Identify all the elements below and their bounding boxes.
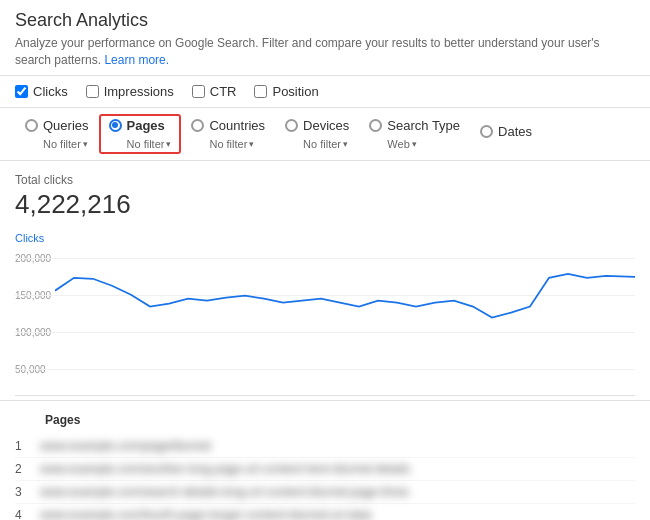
metric-clicks[interactable]: Clicks bbox=[15, 84, 68, 99]
chevron-down-icon: ▾ bbox=[83, 139, 88, 149]
table-row: 3 www.example.com/search-details-long-ur… bbox=[15, 481, 635, 504]
filter-countries-sub: No filter ▾ bbox=[191, 138, 254, 150]
filter-countries[interactable]: Countries No filter ▾ bbox=[181, 114, 275, 154]
radio-dates bbox=[480, 125, 493, 138]
chart-container: 200,000 150,000 100,000 50,000 bbox=[15, 246, 635, 396]
impressions-checkbox[interactable] bbox=[86, 85, 99, 98]
filter-devices-sub: No filter ▾ bbox=[285, 138, 348, 150]
filter-queries[interactable]: Queries No filter ▾ bbox=[15, 114, 99, 154]
row-url: www.example.com/fourth-page-longer-conte… bbox=[40, 508, 635, 520]
chevron-down-icon: ▾ bbox=[166, 139, 171, 149]
filter-queries-sub: No filter ▾ bbox=[25, 138, 88, 150]
stats-section: Total clicks 4,222,216 bbox=[0, 161, 650, 226]
row-url: www.example.com/page/blurred bbox=[40, 439, 635, 453]
stats-label: Total clicks bbox=[15, 173, 635, 187]
learn-more-link[interactable]: Learn more. bbox=[104, 53, 169, 67]
clicks-line-chart bbox=[55, 246, 635, 395]
stats-value: 4,222,216 bbox=[15, 189, 635, 220]
chevron-down-icon: ▾ bbox=[412, 139, 417, 149]
ctr-checkbox[interactable] bbox=[192, 85, 205, 98]
filter-pages[interactable]: Pages No filter ▾ bbox=[99, 114, 182, 154]
filter-devices[interactable]: Devices No filter ▾ bbox=[275, 114, 359, 154]
metrics-row: Clicks Impressions CTR Position bbox=[0, 75, 650, 108]
chart-y-label: Clicks bbox=[15, 232, 635, 244]
metric-ctr[interactable]: CTR bbox=[192, 84, 237, 99]
chart-section: Clicks 200,000 150,000 100,000 50,000 bbox=[0, 226, 650, 396]
radio-pages bbox=[109, 119, 122, 132]
position-checkbox[interactable] bbox=[254, 85, 267, 98]
filter-dates[interactable]: Dates bbox=[470, 120, 542, 148]
row-number: 3 bbox=[15, 485, 40, 499]
radio-countries bbox=[191, 119, 204, 132]
chevron-down-icon: ▾ bbox=[249, 139, 254, 149]
chevron-down-icon: ▾ bbox=[343, 139, 348, 149]
clicks-checkbox[interactable] bbox=[15, 85, 28, 98]
row-number: 2 bbox=[15, 462, 40, 476]
table-row: 2 www.example.com/another-long-page-url-… bbox=[15, 458, 635, 481]
row-number: 4 bbox=[15, 508, 40, 520]
radio-search-type bbox=[369, 119, 382, 132]
radio-devices bbox=[285, 119, 298, 132]
row-number: 1 bbox=[15, 439, 40, 453]
row-url: www.example.com/search-details-long-url-… bbox=[40, 485, 635, 499]
filter-search-type-sub: Web ▾ bbox=[369, 138, 416, 150]
filter-pages-sub: No filter ▾ bbox=[109, 138, 172, 150]
row-url: www.example.com/another-long-page-url-co… bbox=[40, 462, 635, 476]
filters-row: Queries No filter ▾ Pages No filter ▾ Co… bbox=[0, 108, 650, 161]
table-row: 4 www.example.com/fourth-page-longer-con… bbox=[15, 504, 635, 520]
metric-impressions[interactable]: Impressions bbox=[86, 84, 174, 99]
table-column-label: Pages bbox=[15, 409, 635, 431]
page-header: Search Analytics Analyze your performanc… bbox=[0, 0, 650, 75]
radio-queries bbox=[25, 119, 38, 132]
page-description: Analyze your performance on Google Searc… bbox=[15, 35, 635, 69]
filter-search-type[interactable]: Search Type Web ▾ bbox=[359, 114, 470, 154]
table-row: 1 www.example.com/page/blurred bbox=[15, 435, 635, 458]
page-title: Search Analytics bbox=[15, 10, 635, 31]
table-section: Pages 1 www.example.com/page/blurred 2 w… bbox=[0, 400, 650, 520]
metric-position[interactable]: Position bbox=[254, 84, 318, 99]
